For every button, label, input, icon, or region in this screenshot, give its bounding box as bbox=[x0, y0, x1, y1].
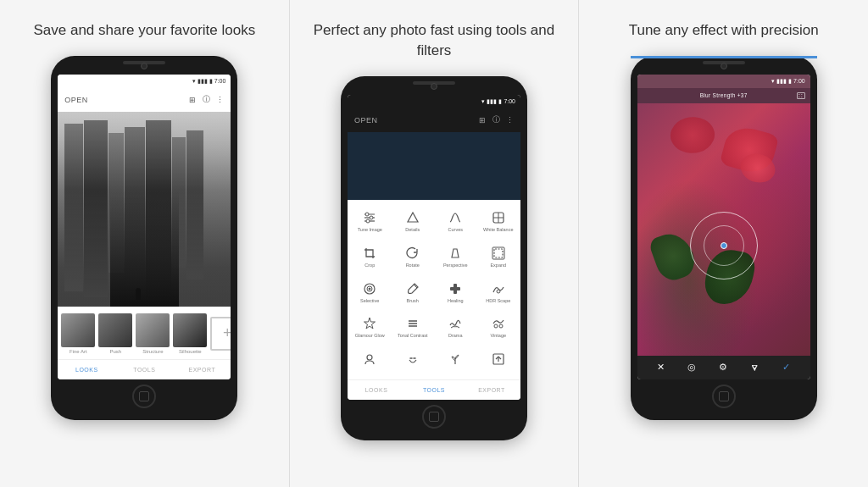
tools-grid: Tune Image Details Curves bbox=[348, 200, 520, 379]
home-button-2[interactable] bbox=[422, 405, 446, 429]
look-item-0[interactable]: Fine Art bbox=[61, 313, 95, 354]
home-button-1[interactable] bbox=[132, 385, 156, 408]
tool-details[interactable]: Details bbox=[392, 205, 434, 239]
tool-vintage[interactable]: Vintage bbox=[478, 311, 520, 345]
healing-icon bbox=[448, 281, 463, 296]
phone-screen-1: ▾ ▮▮▮ ▮ 7:00 OPEN ⊞ ⓘ ⋮ bbox=[58, 75, 231, 379]
svg-rect-18 bbox=[450, 287, 460, 291]
nav-export-2[interactable]: EXPORT bbox=[463, 380, 520, 400]
phone-camera-2 bbox=[431, 83, 437, 90]
stack-icon[interactable]: ⊞ bbox=[188, 96, 197, 104]
tool-white-balance[interactable]: White Balance bbox=[478, 205, 520, 239]
tool-tune-image[interactable]: Tune Image bbox=[349, 205, 391, 239]
phone-precision: ▾ ▮▮▮ ▮ 7:00 Blur Strength +37 ⛶ bbox=[631, 56, 817, 420]
overflow-icon-2[interactable]: ⋮ bbox=[505, 116, 514, 125]
nav-looks-1[interactable]: LOOKS bbox=[58, 360, 115, 379]
blur-label: Blur Strength +37 bbox=[700, 92, 748, 98]
phone-screen-3: ▾ ▮▮▮ ▮ 7:00 Blur Strength +37 ⛶ bbox=[637, 75, 810, 379]
add-look-button[interactable]: + bbox=[210, 317, 231, 351]
svg-point-3 bbox=[365, 213, 369, 216]
status-bar-1: ▾ ▮▮▮ ▮ 7:00 bbox=[58, 75, 231, 88]
home-button-inner-2 bbox=[429, 412, 439, 422]
svg-point-19 bbox=[497, 290, 500, 293]
tool-rotate[interactable]: Rotate bbox=[392, 240, 434, 274]
look-item-1[interactable]: Push bbox=[98, 313, 132, 354]
hdr-icon bbox=[491, 281, 506, 296]
details-icon bbox=[405, 210, 420, 225]
look-thumb-0 bbox=[61, 313, 95, 347]
target-control-icon[interactable]: ◎ bbox=[687, 362, 696, 373]
figure-silhouette bbox=[136, 288, 141, 300]
tool-perspective[interactable]: Perspective bbox=[435, 240, 476, 274]
looks-strip: Fine Art Push Structure Silhouette + bbox=[58, 307, 231, 359]
close-control-icon[interactable]: ✕ bbox=[657, 362, 665, 373]
phone-screen-2: ▾ ▮▮▮ ▮ 7:00 OPEN ⊞ ⓘ ⋮ bbox=[348, 95, 520, 400]
tool-face[interactable] bbox=[392, 346, 434, 374]
tool-label-glamour: Glamour Glow bbox=[355, 333, 385, 339]
panel-precision-title: Tune any effect with precision bbox=[629, 20, 819, 41]
look-item-3[interactable]: Silhouette bbox=[173, 313, 207, 354]
nav-looks-2[interactable]: LOOKS bbox=[348, 380, 405, 400]
tool-portrait[interactable] bbox=[349, 346, 391, 374]
tool-expand[interactable]: Expand bbox=[478, 240, 520, 274]
circle-control[interactable] bbox=[690, 212, 758, 279]
nav-tools-1[interactable]: TOOLS bbox=[115, 360, 173, 379]
info-icon[interactable]: ⓘ bbox=[202, 96, 210, 104]
look-label-0: Fine Art bbox=[70, 349, 87, 354]
stack-icon-2[interactable]: ⊞ bbox=[478, 116, 487, 125]
wifi-icon: ▾ bbox=[192, 78, 196, 85]
look-label-2: Structure bbox=[142, 349, 163, 354]
status-bar-3: ▾ ▮▮▮ ▮ 7:00 bbox=[637, 75, 810, 88]
portrait-icon bbox=[362, 351, 377, 367]
nav-export-1[interactable]: EXPORT bbox=[173, 360, 231, 379]
tool-tonal[interactable]: Tonal Contrast bbox=[392, 311, 434, 345]
wifi-icon-3: ▾ bbox=[771, 78, 775, 85]
tool-hdr[interactable]: HDR Scape bbox=[478, 275, 520, 309]
sliders-control-icon[interactable]: ⚙ bbox=[719, 362, 727, 373]
phone-tools: ▾ ▮▮▮ ▮ 7:00 OPEN ⊞ ⓘ ⋮ bbox=[341, 76, 527, 440]
svg-point-4 bbox=[370, 216, 373, 219]
battery-icon-2: ▮ bbox=[498, 98, 502, 105]
svg-marker-6 bbox=[408, 213, 418, 222]
wifi-icon-2: ▾ bbox=[481, 98, 485, 105]
tool-glamour[interactable]: Glamour Glow bbox=[349, 311, 391, 345]
svg-point-5 bbox=[366, 219, 370, 223]
tool-label-details: Details bbox=[405, 227, 420, 233]
tune-icon bbox=[362, 210, 377, 225]
panel-tools-title: Perfect any photo fast using tools and f… bbox=[298, 20, 570, 61]
tool-label-hdr: HDR Scape bbox=[486, 298, 510, 304]
tool-healing[interactable]: Healing bbox=[435, 275, 476, 309]
phone-camera-1 bbox=[141, 63, 147, 69]
tool-label-wb: White Balance bbox=[483, 227, 513, 233]
vintage-icon bbox=[491, 316, 506, 331]
tool-label-expand: Expand bbox=[490, 263, 506, 268]
panel-looks: Save and share your favorite looks ▾ ▮▮▮… bbox=[0, 0, 289, 487]
status-time-3: 7:00 bbox=[793, 78, 805, 84]
svg-marker-10 bbox=[452, 249, 459, 257]
fog-overlay bbox=[58, 112, 231, 307]
overflow-icon[interactable]: ⋮ bbox=[215, 96, 224, 104]
perspective-icon bbox=[448, 246, 463, 261]
nav-tools-2[interactable]: TOOLS bbox=[405, 380, 463, 400]
svg-point-26 bbox=[367, 355, 372, 360]
home-button-3[interactable] bbox=[712, 385, 736, 408]
phone-looks: ▾ ▮▮▮ ▮ 7:00 OPEN ⊞ ⓘ ⋮ bbox=[51, 56, 237, 420]
tool-brush[interactable]: Brush bbox=[392, 275, 434, 309]
status-time-1: 7:00 bbox=[214, 78, 226, 84]
bw-city-photo bbox=[58, 112, 231, 307]
info-icon-2[interactable]: ⓘ bbox=[492, 116, 500, 125]
tool-crop[interactable]: Crop bbox=[349, 240, 391, 274]
tool-curves[interactable]: Curves bbox=[435, 205, 476, 239]
tool-export2[interactable] bbox=[478, 346, 520, 374]
expand-button-3[interactable]: ⛶ bbox=[797, 92, 805, 99]
tool-plant2[interactable] bbox=[435, 346, 476, 374]
look-item-2[interactable]: Structure bbox=[136, 313, 170, 354]
mask-control-icon[interactable]: ⛛ bbox=[750, 362, 760, 373]
tool-selective[interactable]: Selective bbox=[349, 275, 391, 309]
curves-icon bbox=[448, 210, 463, 225]
circle-center-dot[interactable] bbox=[721, 242, 727, 249]
bottom-nav-1: LOOKS TOOLS EXPORT bbox=[58, 359, 231, 379]
check-control-icon[interactable]: ✓ bbox=[782, 362, 790, 373]
bottom-nav-2: LOOKS TOOLS EXPORT bbox=[348, 379, 520, 400]
tool-drama[interactable]: Drama bbox=[435, 311, 476, 345]
